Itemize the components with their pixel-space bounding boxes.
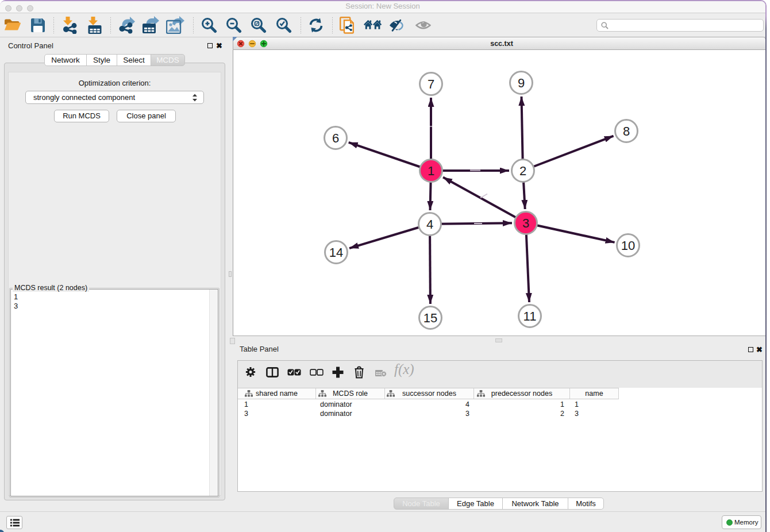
svg-text:7: 7 [428, 77, 434, 91]
svg-text:1: 1 [428, 164, 434, 178]
svg-text:4: 4 [426, 217, 433, 232]
svg-text:9: 9 [518, 76, 525, 90]
svg-text:2: 2 [519, 164, 526, 178]
svg-text:11: 11 [523, 309, 537, 323]
svg-text:6: 6 [332, 131, 339, 145]
svg-text:8: 8 [623, 124, 630, 138]
svg-text:3: 3 [522, 216, 529, 230]
svg-text:10: 10 [621, 238, 635, 253]
svg-text:15: 15 [424, 311, 437, 325]
svg-text:14: 14 [329, 245, 343, 260]
